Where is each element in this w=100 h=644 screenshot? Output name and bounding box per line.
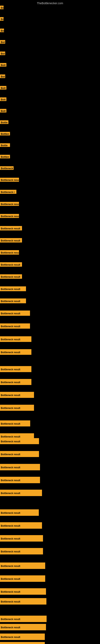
bar-item: Bo	[0, 6, 3, 10]
bar-item: Bottleneck result	[0, 310, 30, 316]
bar-item: Bottleneck result	[0, 642, 45, 644]
bar-item: Bottleneck result	[0, 634, 45, 641]
bar-label: Bottleneck result	[0, 522, 42, 529]
bar-label: Bottleneck result	[0, 202, 19, 206]
bar-label: Bott	[0, 98, 6, 101]
bar-item: Bottleneck result	[0, 420, 30, 427]
bar-item: Bottleneck result	[0, 616, 47, 623]
bar-label: Bottleneck result	[0, 477, 40, 483]
bar-item: Bottleneck result	[0, 336, 31, 343]
bar-item: Bottleneck result	[0, 548, 43, 555]
bar-label: Bottleneck result	[0, 298, 26, 303]
bar-label: Bottleneck result	[0, 349, 31, 355]
bar-item: Bottleneck result	[0, 379, 31, 386]
bar-label: Bottleneck result	[0, 535, 43, 542]
bar-item: Bottleneck result	[0, 575, 45, 582]
bar-item: Bot	[0, 74, 5, 79]
bar-label: Bottleneck result	[0, 575, 45, 582]
bar-label: Bottleneck result	[0, 588, 46, 595]
bar-item: Bottleneck result	[0, 286, 26, 292]
bar-item: Bottleneck result	[0, 349, 31, 356]
bar-label: Bottleneck result	[0, 642, 45, 644]
bar-item: Bottleneck result	[0, 438, 39, 445]
bar-item: Bottleneck result	[0, 562, 45, 570]
bar-label: Bottleneck result	[0, 379, 31, 385]
bar-label: Bottleneck resu	[0, 250, 19, 254]
bar-label: Bottleneck result	[0, 438, 39, 444]
bar-item: Bo	[0, 28, 4, 33]
bar-label: Bottleneck result	[0, 262, 22, 267]
bar-label: Bottleneck result	[0, 392, 34, 398]
bar-item: Bottleneck result	[0, 298, 26, 304]
bar-item: Bott	[0, 109, 6, 113]
bar-label: Bott	[0, 86, 6, 90]
bar-item: Bo	[0, 17, 3, 22]
bar-item: Bottleneck result	[0, 490, 42, 497]
bar-item: Bottleneck result	[0, 226, 22, 231]
bar-item: Bottleneck result	[0, 405, 34, 412]
bar-item: Bottleneck result	[0, 588, 46, 596]
bar-label: Bottle	[0, 120, 8, 124]
bar-label: Bo	[0, 17, 3, 21]
bar-item: Bottle	[0, 120, 8, 125]
bar-label: Bott	[0, 63, 6, 66]
bar-label: Bottleneck result	[0, 366, 31, 372]
bar-label: Bot	[0, 74, 5, 78]
bar-label: Bottle	[0, 143, 10, 147]
bar-label: Bottleneck result	[0, 405, 34, 411]
bar-item: Bottleneck result	[0, 535, 43, 542]
bar-item: Bottleneck resu	[0, 178, 19, 182]
bar-label: Bo	[0, 28, 4, 32]
bar-item: Bottleneck result	[0, 214, 19, 219]
bar-item: Bottleneck result	[0, 238, 22, 243]
bar-item: Bottlen	[0, 132, 10, 136]
bar-item: Bottleneck result	[0, 324, 30, 330]
bar-label: Bottlen	[0, 155, 10, 158]
bar-item: Bot	[0, 40, 5, 44]
bar-label: Bottleneck result	[0, 634, 45, 640]
bar-item: Bottlen	[0, 155, 10, 159]
bar-item: Bot	[0, 52, 5, 56]
bar-item: Bottleneck result	[0, 262, 22, 268]
bar-label: Bot	[0, 40, 5, 44]
bar-label: Bottleneck result	[0, 562, 45, 569]
bar-item: Bott	[0, 63, 6, 68]
bar-label: Bottleneck	[0, 166, 14, 170]
bar-item: Bottleneck result	[0, 274, 22, 280]
bar-item: Bottleneck result	[0, 522, 42, 530]
bar-label: Bottleneck result	[0, 464, 40, 470]
bar-item: Bottleneck result	[0, 366, 31, 373]
bar-label: Bottleneck result	[0, 624, 46, 630]
bar-item: Bottleneck	[0, 166, 14, 171]
bar-item: Bottleneck result	[0, 598, 47, 605]
bar-label: Bottleneck result	[0, 451, 39, 457]
bar-label: Bottleneck result	[0, 238, 22, 242]
bar-item: Bottle	[0, 143, 10, 148]
bar-item: Bottleneck result	[0, 624, 46, 631]
bar-item: Bottleneck resu	[0, 250, 19, 256]
site-title: TheBottlenecker.com	[0, 0, 100, 6]
bar-label: Bottleneck result	[0, 598, 47, 604]
bar-label: Bott	[0, 109, 6, 112]
bar-label: Bottleneck result	[0, 214, 19, 218]
bar-item: Bottleneck r	[0, 190, 16, 194]
bar-label: Bottleneck result	[0, 310, 30, 316]
bar-item: Bottleneck result	[0, 464, 40, 471]
bar-label: Bottleneck result	[0, 420, 30, 426]
bar-label: Bottleneck result	[0, 509, 39, 516]
bar-label: Bottleneck result	[0, 616, 47, 622]
bar-label: Bottleneck result	[0, 336, 31, 342]
bar-label: Bottleneck result	[0, 226, 22, 230]
bar-item: Bottleneck result	[0, 477, 40, 484]
bar-item: Bott	[0, 86, 6, 90]
bar-label: Bottleneck result	[0, 274, 22, 279]
bar-label: Bottleneck result	[0, 324, 30, 329]
bar-label: Bottleneck result	[0, 490, 42, 496]
bar-item: Bottleneck result	[0, 202, 19, 207]
bar-item: Bott	[0, 98, 6, 102]
bar-label: Bottleneck r	[0, 190, 16, 194]
bar-item: Bottleneck result	[0, 509, 39, 516]
bar-label: Bot	[0, 52, 5, 55]
bar-label: Bottleneck result	[0, 286, 26, 291]
bar-label: Bo	[0, 6, 3, 9]
